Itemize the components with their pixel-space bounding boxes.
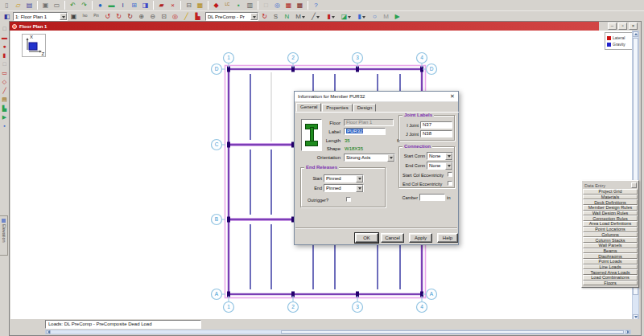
floor-selector-dropdown[interactable]: 1: Floor Plan 1 [13, 12, 68, 21]
help-icon[interactable]: ? [311, 1, 321, 10]
data-entry-item-diaphragms[interactable]: Diaphragms [583, 253, 638, 259]
clock-icon[interactable]: ○ [369, 12, 380, 22]
data-entry-item-floors[interactable]: Floors [583, 281, 638, 286]
red-table-icon[interactable]: ▦ [283, 1, 294, 10]
floor-plan-titlebar[interactable]: Floor Plan 1 –▫× [10, 22, 641, 31]
rotate-left-icon[interactable]: ↺ [102, 12, 113, 22]
chevron-down-icon[interactable] [356, 175, 363, 182]
horizontal-scrollbar[interactable] [45, 330, 631, 334]
redo-icon[interactable]: ↷ [79, 1, 89, 10]
select-all-icon[interactable]: □ [1, 59, 9, 68]
chevron-down-icon[interactable] [60, 13, 67, 20]
data-entry-item-connection-rules[interactable]: Connection Rules [583, 215, 638, 221]
member-display-dropdown-icon[interactable]: M [293, 12, 308, 22]
print-icon[interactable]: ▭ [52, 1, 62, 10]
scroll-left-icon[interactable] [46, 330, 51, 334]
edit-pencil-icon[interactable]: ╱ [181, 12, 192, 22]
data-entry-item-materials[interactable]: Materials [583, 195, 638, 200]
restore-button[interactable]: ▫ [618, 23, 627, 30]
list-tool-icon[interactable]: ▤ [1, 95, 9, 103]
scroll-up-icon[interactable] [633, 31, 638, 37]
green-box-icon[interactable]: ▪ [233, 1, 244, 10]
data-entry-item-line-loads[interactable]: Line Loads [583, 264, 638, 270]
wall-panel-icon[interactable]: ◨ [140, 1, 151, 10]
spreadsheet-icon[interactable]: ▦ [195, 1, 205, 10]
tab-properties[interactable]: Properties [322, 104, 352, 112]
camber-field[interactable] [419, 194, 445, 201]
ok-button[interactable]: OK [355, 233, 378, 243]
chevron-down-icon[interactable] [356, 185, 363, 192]
delete-member-icon[interactable]: × [167, 1, 178, 10]
print-preview-icon[interactable]: ◎ [272, 1, 283, 10]
iso-view-icon[interactable]: Iso [80, 12, 90, 22]
chevron-down-icon[interactable] [250, 13, 258, 20]
moment-diagram-icon[interactable]: N [282, 12, 292, 22]
data-entry-item-load-combinations[interactable]: Load Combinations [583, 275, 638, 281]
data-entry-item-wall-design-rules[interactable]: Wall Design Rules [583, 211, 638, 216]
draw-polygon-icon[interactable]: ◇ [1, 77, 9, 85]
data-entry-item-tapered-area-loads[interactable]: Tapered Area Loads [583, 269, 638, 275]
close-window-button[interactable]: × [629, 23, 638, 30]
chevron-down-icon[interactable] [445, 162, 452, 170]
draw-rect-icon[interactable]: ▭ [1, 68, 9, 76]
disabled-tool-icon[interactable]: □ [261, 1, 271, 10]
data-entry-item-deck-definitions[interactable]: Deck Definitions [583, 199, 638, 205]
graphic-results-icon[interactable]: ▙ [192, 12, 203, 22]
member-label-field[interactable]: PUR32 [344, 128, 386, 135]
close-icon[interactable] [631, 182, 637, 188]
draw-line-icon[interactable]: ╱ [1, 86, 9, 94]
snapshot-icon[interactable]: ▣ [68, 12, 79, 22]
start-conn-dropdown[interactable]: None [427, 152, 453, 160]
columns-view-icon[interactable]: ▥ [245, 1, 255, 10]
globe-icon[interactable]: ● [95, 1, 105, 10]
save-icon[interactable]: ▤ [24, 1, 35, 10]
data-entry-item-columns[interactable]: Columns [583, 232, 638, 238]
new-file-icon[interactable]: ▯ [2, 1, 12, 10]
area-color-dropdown-icon[interactable]: ◪ [339, 12, 353, 22]
grid-add-icon[interactable]: ⊞ [129, 1, 139, 10]
scroll-right-icon[interactable] [625, 330, 630, 334]
draw-beam-icon[interactable]: ▬ [1, 33, 9, 41]
line-style-dropdown-icon[interactable]: ╱ [308, 12, 323, 22]
data-entry-item-point-locations[interactable]: Point Locations [583, 227, 638, 232]
start-release-dropdown[interactable]: Pinned [324, 174, 364, 182]
deck-color-dropdown-icon[interactable]: ▮ [324, 12, 338, 22]
floor-plan-titlebar-red[interactable]: Floor Plan 1 [10, 22, 599, 31]
j-joint-field[interactable]: N38 [420, 130, 452, 137]
red-table2-icon[interactable]: ▦ [295, 1, 305, 10]
open-folder-icon[interactable]: ▱ [13, 1, 23, 10]
undo-icon[interactable]: ↶ [68, 1, 78, 10]
zoom-extents-icon[interactable]: ◎ [170, 12, 180, 22]
rotate-right-icon[interactable]: ↻ [114, 12, 124, 22]
copy-icon[interactable]: ▣ [40, 1, 51, 10]
tile-windows-icon[interactable]: ⊟ [184, 1, 194, 10]
solve-icon[interactable]: ◆ [211, 1, 221, 10]
cancel-button[interactable]: Cancel [381, 233, 404, 243]
chart-tool-icon[interactable]: ▙ [1, 104, 9, 112]
outrigger-checkbox[interactable] [346, 197, 351, 202]
draw-wall-icon[interactable]: ▮ [1, 51, 9, 59]
info-tool-icon[interactable]: ▪ [1, 121, 9, 129]
select-box-icon[interactable]: □ [1, 24, 9, 32]
help-button[interactable]: Help [437, 233, 458, 243]
zoom-in-icon[interactable]: ⊕ [136, 12, 147, 22]
shear-diagram-icon[interactable]: S [270, 12, 281, 22]
minimize-button[interactable]: – [608, 23, 617, 30]
zoom-out-icon[interactable]: ⊖ [147, 12, 158, 22]
close-icon[interactable]: ✕ [447, 92, 458, 101]
end-release-dropdown[interactable]: Pinned [324, 184, 364, 192]
rotate-down-icon[interactable]: ↻ [125, 12, 135, 22]
materials-icon[interactable]: ▬ [106, 1, 117, 10]
data-entry-item-member-design-rules[interactable]: Member Design Rules [583, 205, 638, 211]
chevron-down-icon[interactable] [387, 154, 394, 162]
zoom-window-icon[interactable]: ⊡ [159, 12, 169, 22]
section-icon[interactable]: I [118, 1, 128, 10]
new-view-icon[interactable]: ◧ [2, 12, 12, 22]
flag-icon[interactable]: ▶ [392, 12, 402, 22]
data-entry-item-wall-panels[interactable]: Wall Panels [583, 243, 638, 248]
i-joint-field[interactable]: N37 [420, 121, 452, 129]
load-case-dropdown[interactable]: DL PreComp - Pr [205, 12, 258, 21]
end-col-eccentricity-checkbox[interactable] [448, 181, 452, 186]
modes-icon[interactable]: M [381, 12, 391, 22]
data-entry-item-column-stacks[interactable]: Column Stacks [583, 237, 638, 243]
